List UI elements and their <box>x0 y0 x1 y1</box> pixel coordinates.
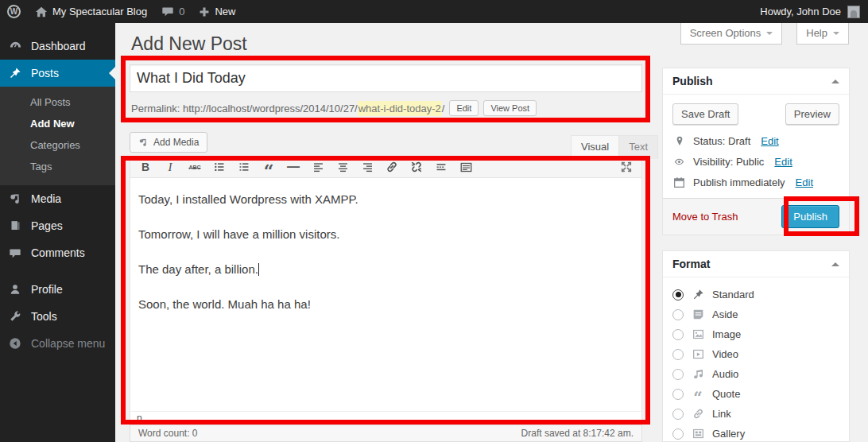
remove-link-button[interactable] <box>409 160 424 174</box>
radio-unselected[interactable] <box>672 369 684 380</box>
help-button[interactable]: Help <box>796 23 849 45</box>
draft-saved-time: Draft saved at 8:17:42 am. <box>521 428 634 439</box>
permalink-trailing-slash: / <box>442 103 445 114</box>
site-link[interactable]: My Spectacular Blog <box>28 0 154 23</box>
status-pin-icon <box>672 135 686 147</box>
post-editor: B I ABC “ — <box>130 156 642 424</box>
wordpress-menu[interactable]: W <box>0 0 28 23</box>
sidebar-item-label: Dashboard <box>31 40 86 52</box>
format-aside-icon <box>691 308 705 320</box>
radio-selected[interactable] <box>672 289 684 300</box>
radio-unselected[interactable] <box>672 349 684 360</box>
format-metabox: Format Standard Aside <box>662 250 850 442</box>
radio-unselected[interactable] <box>672 309 684 320</box>
move-to-trash-link[interactable]: Move to Trash <box>672 211 738 223</box>
sidebar-item-profile[interactable]: Profile <box>0 276 115 303</box>
sidebar-item-pages[interactable]: Pages <box>0 212 115 239</box>
sidebar-item-comments[interactable]: Comments <box>0 239 115 266</box>
insert-link-button[interactable] <box>385 160 399 174</box>
admin-bar-left: W My Spectacular Blog 0 New <box>0 0 242 23</box>
format-option-gallery[interactable]: Gallery <box>672 424 839 442</box>
sidebar-item-label: Media <box>31 192 61 205</box>
radio-unselected[interactable] <box>672 428 684 440</box>
fullscreen-button[interactable] <box>619 160 634 174</box>
format-video-icon <box>691 348 705 360</box>
publish-box-title: Publish <box>672 75 713 87</box>
collapse-toggle-icon[interactable] <box>831 258 839 266</box>
horizontal-rule-button[interactable]: — <box>286 160 300 174</box>
submenu-all-posts[interactable]: All Posts <box>0 91 115 113</box>
more-tag-button[interactable] <box>434 160 448 174</box>
submenu-add-new[interactable]: Add New <box>0 113 115 134</box>
publish-button[interactable]: Publish <box>781 205 839 228</box>
format-quote-icon: “ <box>691 387 705 401</box>
sidebar-item-dashboard[interactable]: Dashboard <box>0 33 115 60</box>
home-icon <box>35 6 48 18</box>
permalink-slug[interactable]: what-i-did-today-2 <box>358 101 442 116</box>
menu-separator <box>0 266 115 276</box>
format-gallery-icon <box>691 428 705 440</box>
format-option-standard[interactable]: Standard <box>672 285 839 304</box>
sidebar-item-collapse-menu[interactable]: Collapse menu <box>0 330 115 357</box>
pages-icon <box>7 219 23 232</box>
numbered-list-button[interactable] <box>237 160 251 174</box>
collapse-toggle-icon[interactable] <box>831 76 839 83</box>
format-option-image[interactable]: Image <box>672 324 839 344</box>
permalink-edit-button[interactable]: Edit <box>449 100 479 116</box>
bullet-list-button[interactable] <box>212 160 227 174</box>
toolbar-toggle-button[interactable] <box>459 160 473 174</box>
format-audio-icon <box>691 368 705 380</box>
comments-shortcut[interactable]: 0 <box>154 0 192 23</box>
add-media-button[interactable]: Add Media <box>130 132 207 153</box>
comment-bubble-icon <box>161 6 174 17</box>
edit-schedule-link[interactable]: Edit <box>796 176 813 188</box>
format-option-video[interactable]: Video <box>672 344 839 364</box>
editor-content-area[interactable]: Today, I installed Wordpress with XAMPP.… <box>130 178 642 411</box>
radio-unselected[interactable] <box>672 329 684 340</box>
italic-button[interactable]: I <box>163 160 177 174</box>
sidebar-item-label: Pages <box>31 219 63 232</box>
sidebar-item-posts[interactable]: Posts <box>0 60 115 87</box>
admin-bar-account[interactable]: Howdy, John Doe <box>760 0 868 23</box>
editor-paragraph: Soon, the world. Muah ha ha ha! <box>138 296 634 312</box>
post-title-input[interactable] <box>130 64 642 92</box>
sidebar-item-tools[interactable]: Tools <box>0 303 115 330</box>
visibility-eye-icon <box>672 157 686 167</box>
format-option-aside[interactable]: Aside <box>672 304 839 324</box>
format-option-label: Video <box>712 348 738 360</box>
text-cursor <box>258 263 259 276</box>
editor-status-bar: Word count: 0 Draft saved at 8:17:42 am. <box>130 425 642 442</box>
screen-options-button[interactable]: Screen Options <box>680 23 783 45</box>
sidebar-item-label: Profile <box>31 283 63 296</box>
align-center-button[interactable] <box>335 160 350 174</box>
avatar <box>847 6 860 18</box>
radio-unselected[interactable] <box>672 389 684 400</box>
format-option-audio[interactable]: Audio <box>672 364 839 384</box>
tools-icon <box>7 310 23 323</box>
new-content-menu[interactable]: New <box>192 0 242 23</box>
save-draft-button[interactable]: Save Draft <box>672 103 738 125</box>
align-left-button[interactable] <box>311 160 325 174</box>
preview-button[interactable]: Preview <box>785 103 839 125</box>
status-text: Status: Draft <box>693 135 750 147</box>
edit-visibility-link[interactable]: Edit <box>774 156 792 168</box>
add-media-icon <box>138 138 149 148</box>
align-right-button[interactable] <box>360 160 374 174</box>
schedule-text: Publish immediately <box>693 176 785 188</box>
sidebar-item-media[interactable]: Media <box>0 185 115 212</box>
strikethrough-button[interactable]: ABC <box>188 160 202 174</box>
sidebar-item-label: Collapse menu <box>31 337 105 350</box>
edit-status-link[interactable]: Edit <box>761 135 778 147</box>
permalink-row: Permalink: http://localhost/wordpress/20… <box>131 99 537 118</box>
blockquote-button[interactable]: “ <box>262 160 276 174</box>
bold-button[interactable]: B <box>138 160 153 174</box>
view-post-button[interactable]: View Post <box>483 100 537 116</box>
path-element[interactable]: p <box>137 413 142 424</box>
radio-unselected[interactable] <box>672 409 684 420</box>
format-option-quote[interactable]: “ Quote <box>672 384 839 404</box>
format-option-label: Image <box>712 328 741 340</box>
help-label: Help <box>806 27 827 39</box>
submenu-categories[interactable]: Categories <box>0 134 115 156</box>
sidebar-item-label: Posts <box>31 67 59 79</box>
submenu-tags[interactable]: Tags <box>0 156 115 177</box>
